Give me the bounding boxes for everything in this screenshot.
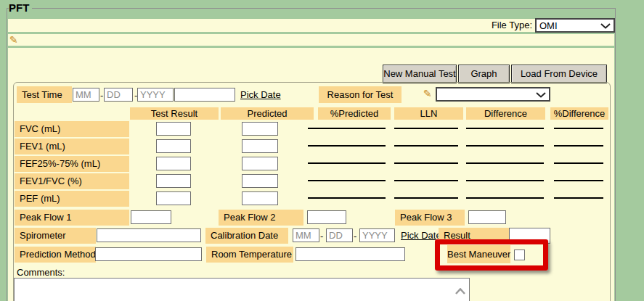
- fev1-fvc-difference-line: [466, 180, 544, 181]
- fef-pct-predicted-line: [308, 162, 386, 164]
- fev1-pct-predicted-line: [308, 145, 386, 147]
- peak-flow-2-input[interactable]: [307, 210, 346, 224]
- pef-pct-difference-line: [554, 197, 603, 199]
- pef-predicted-input[interactable]: [242, 191, 278, 205]
- fev1-predicted-input[interactable]: [242, 139, 278, 153]
- fev1-difference-line: [466, 145, 544, 147]
- row-label-fef: FEF25%-75% (mL): [15, 156, 129, 172]
- pft-form-panel: Test Time - - Pick Date Reason for Test …: [13, 82, 611, 301]
- graph-button[interactable]: Graph: [458, 65, 510, 83]
- date-dash: -: [320, 231, 323, 242]
- pick-date-link[interactable]: Pick Date: [240, 89, 281, 100]
- peak-flow-3-label: Peak Flow 3: [395, 210, 465, 226]
- pef-difference-line: [466, 197, 544, 199]
- fvc-lln-line: [394, 128, 458, 129]
- test-time-month-input[interactable]: [73, 88, 99, 102]
- fef-pct-difference-line: [554, 162, 603, 164]
- page-title: PFT: [9, 1, 32, 14]
- peak-flow-1-input[interactable]: [131, 210, 171, 224]
- spirometer-input[interactable]: [97, 228, 201, 242]
- best-maneuver-checkbox[interactable]: [514, 250, 525, 260]
- calibration-date-label: Calibration Date: [205, 228, 288, 244]
- fvc-test-result-input[interactable]: [156, 122, 191, 136]
- comments-label: Comments:: [17, 267, 65, 278]
- peak-flow-3-input[interactable]: [468, 210, 506, 224]
- fef-test-result-input[interactable]: [156, 157, 191, 170]
- prediction-method-label: Prediction Method: [15, 247, 96, 263]
- file-type-value: OMI: [539, 20, 558, 31]
- col-header-pct-difference: %Difference: [550, 107, 608, 120]
- fev1-lln-line: [394, 145, 458, 147]
- fvc-predicted-input[interactable]: [242, 122, 278, 136]
- chevron-down-icon: [536, 89, 546, 100]
- room-temperature-input[interactable]: [295, 247, 405, 261]
- test-time-time-input[interactable]: [174, 88, 235, 102]
- col-header-lln: LLN: [394, 107, 463, 120]
- peak-flow-2-label: Peak Flow 2: [219, 210, 303, 226]
- pef-lln-line: [394, 197, 458, 199]
- col-header-test-result: Test Result: [130, 107, 219, 120]
- room-temperature-label: Room Temperature: [206, 247, 293, 263]
- fvc-difference-line: [466, 128, 544, 129]
- fev1-fvc-lln-line: [394, 180, 458, 181]
- file-type-label: File Type:: [470, 19, 532, 32]
- fev1-fvc-predicted-input[interactable]: [242, 174, 278, 188]
- best-maneuver-label: Best Maneuver: [447, 245, 510, 263]
- file-type-select[interactable]: OMI: [535, 18, 615, 33]
- col-header-difference: Difference: [466, 107, 545, 120]
- scrollbar-up-icon[interactable]: [455, 286, 465, 297]
- col-header-pct-predicted: %Predicted: [318, 107, 391, 120]
- row-label-fev1: FEV1 (mL): [15, 139, 129, 154]
- test-time-day-input[interactable]: [104, 88, 133, 102]
- pef-test-result-input[interactable]: [156, 191, 191, 205]
- test-time-year-input[interactable]: [137, 88, 174, 102]
- result-input[interactable]: [509, 228, 550, 244]
- reason-for-test-label: Reason for Test: [319, 86, 402, 103]
- peak-flow-1-label: Peak Flow 1: [15, 210, 129, 226]
- fef-difference-line: [466, 162, 544, 164]
- pef-pct-predicted-line: [308, 197, 386, 199]
- calibration-year-input[interactable]: [359, 228, 395, 242]
- fvc-pct-predicted-line: [308, 128, 386, 129]
- date-dash: -: [100, 90, 103, 101]
- calibration-month-input[interactable]: [293, 228, 319, 242]
- row-label-fvc: FVC (mL): [15, 121, 129, 137]
- calibration-pick-date-link[interactable]: Pick Date: [401, 230, 441, 241]
- test-time-label: Test Time: [17, 86, 72, 103]
- reason-edit-pencil-icon[interactable]: ✎: [423, 88, 432, 99]
- fev1-fvc-test-result-input[interactable]: [156, 174, 191, 188]
- fev1-fvc-pct-difference-line: [554, 180, 603, 181]
- calibration-day-input[interactable]: [326, 228, 353, 242]
- edit-bar: [8, 34, 614, 46]
- row-label-fev1-fvc: FEV1/FVC (%): [15, 173, 129, 189]
- fvc-pct-difference-line: [554, 128, 603, 129]
- prediction-method-input[interactable]: [95, 247, 202, 261]
- comments-textarea[interactable]: [14, 278, 470, 301]
- spirometer-label: Spirometer: [15, 228, 96, 244]
- fev1-pct-difference-line: [554, 145, 603, 147]
- load-from-device-button[interactable]: Load From Device: [511, 65, 607, 83]
- edit-pencil-icon[interactable]: ✎: [9, 35, 18, 45]
- fef-lln-line: [394, 162, 458, 164]
- reason-for-test-select[interactable]: [436, 87, 550, 102]
- chevron-down-icon: [600, 20, 611, 31]
- result-label: Result: [439, 228, 510, 244]
- fev1-fvc-pct-predicted-line: [308, 180, 386, 181]
- row-label-pef: PEF (mL): [15, 191, 129, 207]
- date-dash: -: [354, 231, 356, 242]
- fev1-test-result-input[interactable]: [156, 139, 191, 153]
- new-manual-test-button[interactable]: New Manual Test: [383, 65, 457, 83]
- fef-predicted-input[interactable]: [242, 157, 278, 170]
- col-header-predicted: Predicted: [221, 107, 314, 120]
